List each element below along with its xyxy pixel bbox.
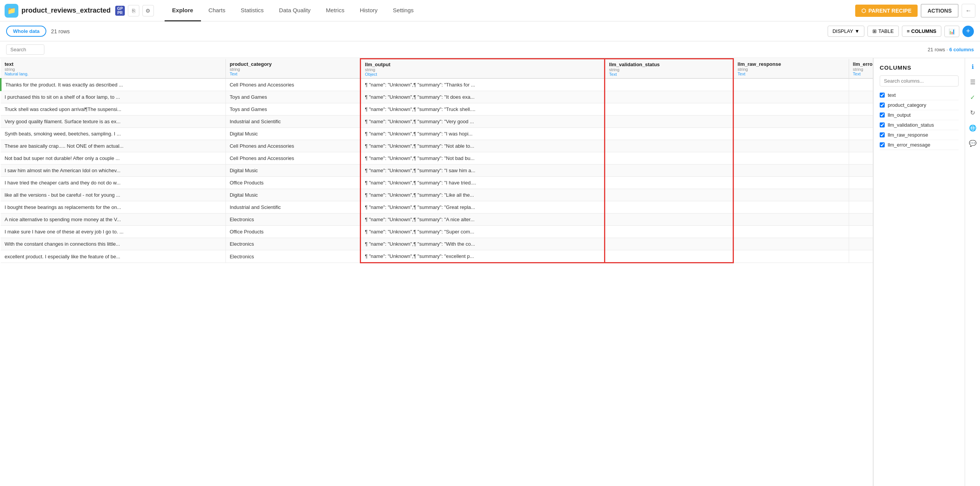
cell-product_category[interactable]: Industrial and Scientific <box>225 116 360 128</box>
chart-button[interactable]: 📊 <box>944 26 959 37</box>
cell-product_category[interactable]: Office Products <box>225 177 360 189</box>
cell-product_category[interactable]: Electronics <box>225 250 360 263</box>
cell-llm_validation_status[interactable] <box>605 140 733 152</box>
column-checkbox[interactable] <box>880 122 885 127</box>
cell-text[interactable]: Synth beats, smoking weed, beetches, sam… <box>1 128 225 140</box>
cell-llm_output[interactable]: ¶ "name": "Unknown",¶ "summary": "Truck … <box>361 103 605 116</box>
cell-product_category[interactable]: Office Products <box>225 226 360 238</box>
cell-text[interactable]: I purchased this to sit on a shelf of a … <box>1 91 225 103</box>
cell-product_category[interactable]: Electronics <box>225 238 360 250</box>
parent-recipe-button[interactable]: ⬡ PARENT RECIPE <box>855 5 918 17</box>
cell-product_category[interactable]: Cell Phones and Accessories <box>225 140 360 152</box>
back-button[interactable]: ← <box>962 4 975 18</box>
cell-llm_raw_response[interactable] <box>733 250 849 263</box>
search-input[interactable] <box>6 44 44 55</box>
cell-product_category[interactable]: Toys and Games <box>225 91 360 103</box>
tab-explore[interactable]: Explore <box>165 0 201 21</box>
cell-text[interactable]: Truck shell was cracked upon arrival¶The… <box>1 103 225 116</box>
cell-llm_output[interactable]: ¶ "name": "Unknown",¶ "summary": "It doe… <box>361 91 605 103</box>
cell-llm_output[interactable]: ¶ "name": "Unknown",¶ "summary": "A nice… <box>361 214 605 226</box>
cell-llm_raw_response[interactable] <box>733 238 849 250</box>
settings-icon-btn[interactable]: ⚙ <box>142 5 154 16</box>
cell-llm_output[interactable]: ¶ "name": "Unknown",¶ "summary": "I saw … <box>361 165 605 177</box>
cell-llm_validation_status[interactable] <box>605 189 733 201</box>
tab-charts[interactable]: Charts <box>201 0 233 21</box>
cell-llm_validation_status[interactable] <box>605 201 733 214</box>
cell-text[interactable]: These are basically crap..... Not ONE of… <box>1 140 225 152</box>
cell-llm_raw_response[interactable] <box>733 91 849 103</box>
sidebar-check-icon[interactable]: ✓ <box>967 92 978 103</box>
copy-button[interactable]: ⎘ <box>128 5 139 16</box>
add-button[interactable]: + <box>962 26 974 37</box>
cell-llm_raw_response[interactable] <box>733 128 849 140</box>
cell-text[interactable]: like all the versions - but be careful -… <box>1 189 225 201</box>
tab-metrics[interactable]: Metrics <box>318 0 352 21</box>
column-list-item[interactable]: llm_validation_status <box>880 120 959 130</box>
cell-product_category[interactable]: Digital Music <box>225 165 360 177</box>
cell-llm_raw_response[interactable] <box>733 165 849 177</box>
cell-text[interactable]: A nice alternative to spending more mone… <box>1 214 225 226</box>
display-button[interactable]: DISPLAY ▼ <box>828 26 865 37</box>
sidebar-sync-icon[interactable]: ↻ <box>967 107 978 118</box>
cell-text[interactable]: I have tried the cheaper carts and they … <box>1 177 225 189</box>
whole-data-button[interactable]: Whole data <box>6 26 46 37</box>
cell-llm_raw_response[interactable] <box>733 201 849 214</box>
column-checkbox[interactable] <box>880 103 885 108</box>
cell-product_category[interactable]: Industrial and Scientific <box>225 201 360 214</box>
tab-settings[interactable]: Settings <box>385 0 421 21</box>
column-checkbox[interactable] <box>880 132 885 137</box>
cell-llm_validation_status[interactable] <box>605 165 733 177</box>
cell-llm_validation_status[interactable] <box>605 128 733 140</box>
column-checkbox[interactable] <box>880 93 885 98</box>
cell-llm_raw_response[interactable] <box>733 177 849 189</box>
sidebar-chat-icon[interactable]: 💬 <box>967 138 978 148</box>
tab-statistics[interactable]: Statistics <box>233 0 271 21</box>
sidebar-list-icon[interactable]: ☰ <box>967 77 978 87</box>
sidebar-info-icon[interactable]: ℹ <box>967 61 978 72</box>
columns-button[interactable]: ≡ COLUMNS <box>902 26 941 37</box>
cell-product_category[interactable]: Toys and Games <box>225 103 360 116</box>
cell-llm_raw_response[interactable] <box>733 78 849 91</box>
cell-llm_output[interactable]: ¶ "name": "Unknown",¶ "summary": "Like a… <box>361 189 605 201</box>
cell-product_category[interactable]: Cell Phones and Accessories <box>225 152 360 165</box>
cell-llm_validation_status[interactable] <box>605 152 733 165</box>
cell-llm_validation_status[interactable] <box>605 214 733 226</box>
cell-llm_raw_response[interactable] <box>733 226 849 238</box>
cell-product_category[interactable]: Cell Phones and Accessories <box>225 78 360 91</box>
column-list-item[interactable]: llm_output <box>880 110 959 120</box>
column-list-item[interactable]: product_category <box>880 100 959 110</box>
col-header-llm-validation-status[interactable]: llm_validation_status string Text <box>605 59 733 79</box>
cell-llm_output[interactable]: ¶ "name": "Unknown",¶ "summary": "Very g… <box>361 116 605 128</box>
cell-llm_validation_status[interactable] <box>605 238 733 250</box>
cell-text[interactable]: I saw him almost win the American Idol o… <box>1 165 225 177</box>
col-header-llm-output[interactable]: llm_output string Object <box>361 59 605 79</box>
tab-history[interactable]: History <box>352 0 385 21</box>
cell-llm_raw_response[interactable] <box>733 116 849 128</box>
cell-product_category[interactable]: Electronics <box>225 214 360 226</box>
cell-llm_output[interactable]: ¶ "name": "Unknown",¶ "summary": "I have… <box>361 177 605 189</box>
table-container[interactable]: text string Natural lang. product_catego… <box>0 58 965 486</box>
col-header-text[interactable]: text string Natural lang. <box>1 59 225 79</box>
cell-llm_output[interactable]: ¶ "name": "Unknown",¶ "summary": "Not ab… <box>361 140 605 152</box>
actions-button[interactable]: ACTIONS <box>921 4 959 18</box>
cell-llm_validation_status[interactable] <box>605 226 733 238</box>
cell-llm_validation_status[interactable] <box>605 78 733 91</box>
cell-text[interactable]: I bought these bearings as replacements … <box>1 201 225 214</box>
cell-llm_validation_status[interactable] <box>605 250 733 263</box>
columns-search-input[interactable] <box>880 75 959 86</box>
cell-llm_output[interactable]: ¶ "name": "Unknown",¶ "summary": "I was … <box>361 128 605 140</box>
cell-llm_raw_response[interactable] <box>733 152 849 165</box>
table-button[interactable]: ⊞ TABLE <box>867 26 898 37</box>
column-checkbox[interactable] <box>880 113 885 117</box>
column-list-item[interactable]: llm_error_message <box>880 140 959 150</box>
cell-llm_validation_status[interactable] <box>605 103 733 116</box>
column-list-item[interactable]: text <box>880 90 959 100</box>
cell-llm_output[interactable]: ¶ "name": "Unknown",¶ "summary": "Great … <box>361 201 605 214</box>
col-header-product-category[interactable]: product_category string Text <box>225 59 360 79</box>
sidebar-world-icon[interactable]: 🌐 <box>967 122 978 133</box>
cell-text[interactable]: Not bad but super not durable! After onl… <box>1 152 225 165</box>
cell-llm_output[interactable]: ¶ "name": "Unknown",¶ "summary": "Not ba… <box>361 152 605 165</box>
cell-text[interactable]: With the constant changes in connections… <box>1 238 225 250</box>
tab-data-quality[interactable]: Data Quality <box>271 0 318 21</box>
cell-product_category[interactable]: Digital Music <box>225 189 360 201</box>
